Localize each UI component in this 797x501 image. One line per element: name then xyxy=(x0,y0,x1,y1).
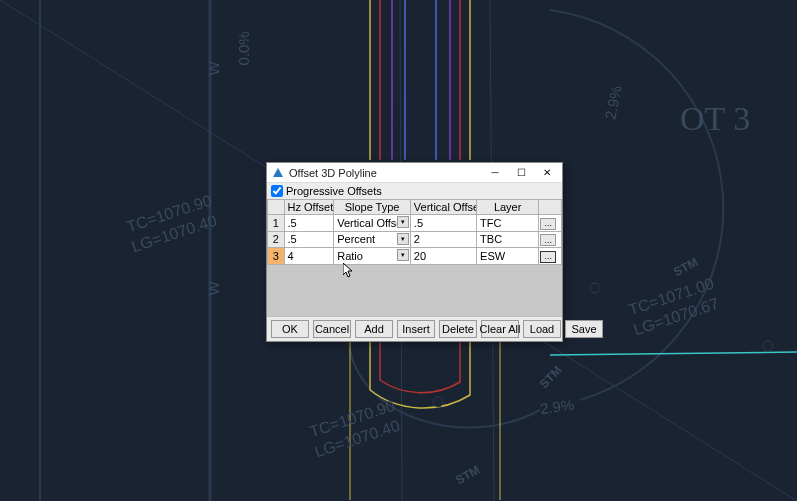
app-icon xyxy=(271,166,285,180)
row-number[interactable]: 3 xyxy=(268,248,285,265)
chevron-down-icon[interactable]: ▾ xyxy=(397,249,409,261)
progressive-offsets-row: Progressive Offsets xyxy=(267,183,562,199)
cell-hz[interactable]: .5 xyxy=(284,231,334,248)
cell-layer[interactable]: TBC xyxy=(477,231,539,248)
bg-label-pct3: 0.0% xyxy=(235,31,252,65)
cell-layer[interactable]: ESW xyxy=(477,248,539,265)
bg-label-w2: W xyxy=(205,281,222,295)
cell-slope[interactable]: Vertical Offset▾ xyxy=(334,215,411,232)
offsets-grid[interactable]: Hz Offset Slope Type Vertical Offset Lay… xyxy=(267,199,562,316)
layer-browse-button[interactable]: ... xyxy=(540,251,556,263)
svg-point-6 xyxy=(763,341,773,351)
save-button[interactable]: Save xyxy=(565,320,603,338)
progressive-offsets-checkbox[interactable] xyxy=(271,185,283,197)
chevron-down-icon[interactable]: ▾ xyxy=(397,216,409,228)
clear-all-button[interactable]: Clear All xyxy=(481,320,519,338)
grid-corner[interactable] xyxy=(268,200,285,215)
cell-vert[interactable]: 2 xyxy=(410,231,476,248)
grid-row[interactable]: 3 4 Ratio▾ 20 ESW ... xyxy=(268,248,562,265)
svg-point-4 xyxy=(433,397,443,407)
svg-marker-7 xyxy=(273,168,283,177)
cell-hz[interactable]: .5 xyxy=(284,215,334,232)
ok-button[interactable]: OK xyxy=(271,320,309,338)
col-browse[interactable] xyxy=(539,200,562,215)
minimize-button[interactable]: ─ xyxy=(482,164,508,182)
layer-browse-button[interactable]: ... xyxy=(540,218,556,230)
bg-label-ot: OT 3 xyxy=(680,100,750,138)
row-number[interactable]: 2 xyxy=(268,231,285,248)
dialog-button-row: OK Cancel Add Insert Delete Clear All Lo… xyxy=(267,316,562,341)
cell-slope[interactable]: Percent▾ xyxy=(334,231,411,248)
offset-3d-polyline-dialog: Offset 3D Polyline ─ ☐ ✕ Progressive Off… xyxy=(266,162,563,342)
col-hz-offset[interactable]: Hz Offset xyxy=(284,200,334,215)
cell-hz[interactable]: 4 xyxy=(284,248,334,265)
close-button[interactable]: ✕ xyxy=(534,164,560,182)
svg-point-5 xyxy=(590,283,600,293)
cell-vert[interactable]: .5 xyxy=(410,215,476,232)
cancel-button[interactable]: Cancel xyxy=(313,320,351,338)
grid-row[interactable]: 2 .5 Percent▾ 2 TBC ... xyxy=(268,231,562,248)
layer-browse-button[interactable]: ... xyxy=(540,234,556,246)
chevron-down-icon[interactable]: ▾ xyxy=(397,233,409,245)
row-number[interactable]: 1 xyxy=(268,215,285,232)
maximize-button[interactable]: ☐ xyxy=(508,164,534,182)
bg-label-w1: W xyxy=(205,61,222,75)
col-slope-type[interactable]: Slope Type xyxy=(334,200,411,215)
cell-vert[interactable]: 20 xyxy=(410,248,476,265)
grid-row[interactable]: 1 .5 Vertical Offset▾ .5 TFC ... xyxy=(268,215,562,232)
grid-header-row: Hz Offset Slope Type Vertical Offset Lay… xyxy=(268,200,562,215)
progressive-offsets-label[interactable]: Progressive Offsets xyxy=(286,185,382,197)
delete-button[interactable]: Delete xyxy=(439,320,477,338)
cell-layer[interactable]: TFC xyxy=(477,215,539,232)
svg-line-3 xyxy=(550,352,797,355)
col-vertical-offset[interactable]: Vertical Offset xyxy=(410,200,476,215)
titlebar[interactable]: Offset 3D Polyline ─ ☐ ✕ xyxy=(267,163,562,183)
insert-button[interactable]: Insert xyxy=(397,320,435,338)
add-button[interactable]: Add xyxy=(355,320,393,338)
dialog-title: Offset 3D Polyline xyxy=(289,167,482,179)
col-layer[interactable]: Layer xyxy=(477,200,539,215)
load-button[interactable]: Load xyxy=(523,320,561,338)
cell-slope[interactable]: Ratio▾ xyxy=(334,248,411,265)
